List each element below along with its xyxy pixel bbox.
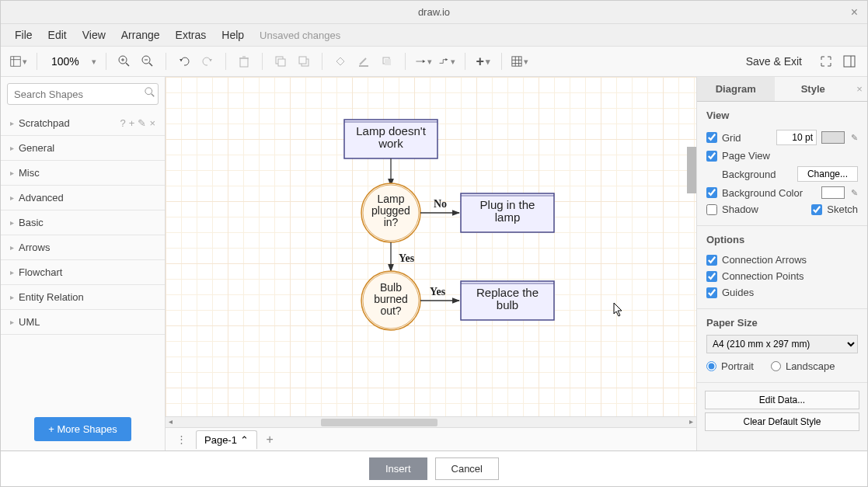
- svg-rect-19: [385, 59, 391, 65]
- svg-rect-0: [11, 57, 20, 66]
- shapegroup-misc[interactable]: ▸Misc: [1, 161, 165, 186]
- zoom-level[interactable]: 100%: [51, 55, 79, 68]
- to-back-icon[interactable]: [295, 53, 312, 70]
- menu-arrange[interactable]: Arrange: [115, 26, 166, 44]
- shapegroup-entity[interactable]: ▸Entity Relation: [1, 285, 165, 310]
- window-title: draw.io: [418, 6, 450, 18]
- grid-size-input[interactable]: [776, 130, 817, 145]
- canvas-area: Lamp doesn'twork Lamppluggedin? No Plug …: [166, 77, 696, 450]
- page-menu-icon[interactable]: ⋮: [172, 433, 191, 445]
- svg-rect-14: [278, 59, 285, 66]
- insert-icon[interactable]: +▾: [475, 53, 492, 70]
- svg-line-8: [149, 63, 152, 66]
- redo-icon[interactable]: [199, 53, 216, 70]
- horizontal-scrollbar[interactable]: ◂ ▸: [166, 416, 696, 427]
- scrollbar-thumb[interactable]: [321, 419, 437, 426]
- to-front-icon[interactable]: [272, 53, 289, 70]
- bgcolor-swatch[interactable]: [821, 186, 845, 199]
- diagram-svg: Lamp doesn'twork Lamppluggedin? No Plug …: [166, 77, 678, 403]
- connection-icon[interactable]: ▾: [415, 53, 432, 70]
- format-panel: Diagram Style × View Grid ✎ Page View Ba…: [696, 77, 867, 450]
- search-icon[interactable]: [145, 87, 155, 101]
- shadow-checkbox[interactable]: [706, 204, 717, 215]
- undo-icon[interactable]: [176, 53, 193, 70]
- scroll-right-icon[interactable]: ▸: [686, 417, 696, 426]
- search-shapes-box[interactable]: [7, 83, 159, 105]
- panel-close-icon[interactable]: ×: [852, 77, 867, 101]
- sketch-label: Sketch: [827, 203, 858, 215]
- grid-color-swatch[interactable]: [821, 131, 845, 144]
- bgcolor-edit-icon[interactable]: ✎: [851, 188, 858, 198]
- svg-rect-16: [299, 57, 306, 64]
- scratchpad-add-icon[interactable]: +: [129, 117, 135, 129]
- page-tab-1[interactable]: Page-1 ⌃: [196, 430, 257, 449]
- shapegroup-basic[interactable]: ▸Basic: [1, 210, 165, 235]
- landscape-radio[interactable]: [771, 361, 781, 371]
- edge-yes2-label: Yes: [430, 286, 446, 297]
- scroll-left-icon[interactable]: ◂: [166, 417, 176, 426]
- menu-file[interactable]: File: [9, 26, 39, 44]
- insert-button[interactable]: Insert: [369, 457, 427, 480]
- format-panel-icon[interactable]: [841, 53, 858, 70]
- cancel-button[interactable]: Cancel: [435, 457, 499, 480]
- shapegroup-general[interactable]: ▸General: [1, 136, 165, 161]
- shapegroup-scratchpad[interactable]: ▸Scratchpad ?+✎×: [1, 111, 165, 136]
- delete-icon[interactable]: [235, 53, 253, 70]
- save-exit-button[interactable]: Save & Exit: [746, 55, 802, 68]
- grid-color-edit-icon[interactable]: ✎: [851, 133, 858, 143]
- line-color-icon[interactable]: [355, 53, 372, 70]
- bgcolor-label: Background Color: [722, 187, 803, 199]
- svg-point-28: [145, 88, 152, 95]
- sketch-checkbox[interactable]: [811, 204, 822, 215]
- grid-checkbox[interactable]: [706, 132, 717, 143]
- menu-edit[interactable]: Edit: [42, 26, 73, 44]
- zoom-in-icon[interactable]: [116, 53, 133, 70]
- svg-line-4: [126, 63, 129, 66]
- scratchpad-edit-icon[interactable]: ✎: [138, 117, 146, 129]
- vertical-scrollbar[interactable]: [687, 147, 696, 193]
- scratchpad-help-icon[interactable]: ?: [120, 117, 126, 129]
- search-shapes-input[interactable]: [14, 89, 145, 100]
- waypoint-icon[interactable]: ▾: [438, 53, 455, 70]
- conn-points-checkbox[interactable]: [706, 271, 717, 282]
- background-change-button[interactable]: Change...: [797, 166, 858, 182]
- fullscreen-icon[interactable]: [817, 53, 835, 70]
- shapegroup-uml[interactable]: ▸UML: [1, 310, 165, 335]
- zoom-out-icon[interactable]: [139, 53, 156, 70]
- view-header: View: [706, 110, 858, 121]
- add-page-icon[interactable]: +: [262, 433, 278, 447]
- edge-no-label: No: [434, 198, 447, 210]
- more-shapes-button[interactable]: + More Shapes: [34, 417, 131, 441]
- zoom-dropdown-icon[interactable]: ▾: [92, 57, 96, 67]
- bgcolor-checkbox[interactable]: [706, 187, 717, 198]
- background-label: Background: [722, 169, 776, 180]
- table-icon[interactable]: ▾: [511, 53, 528, 70]
- close-icon[interactable]: ×: [851, 5, 858, 19]
- shapes-sidebar: ▸Scratchpad ?+✎× ▸General ▸Misc ▸Advance…: [1, 77, 166, 450]
- guides-checkbox[interactable]: [706, 287, 717, 298]
- scratchpad-close-icon[interactable]: ×: [149, 117, 155, 129]
- papersize-select[interactable]: A4 (210 mm x 297 mm): [706, 335, 858, 353]
- shapegroup-flowchart[interactable]: ▸Flowchart: [1, 260, 165, 285]
- edit-data-button[interactable]: Edit Data...: [705, 391, 859, 409]
- svg-rect-10: [240, 58, 248, 67]
- portrait-radio[interactable]: [706, 361, 716, 371]
- tab-diagram[interactable]: Diagram: [697, 77, 775, 101]
- conn-arrows-checkbox[interactable]: [706, 255, 717, 266]
- shadow-label: Shadow: [722, 203, 758, 215]
- shapegroup-arrows[interactable]: ▸Arrows: [1, 235, 165, 260]
- pageview-checkbox[interactable]: [706, 151, 717, 162]
- diagram-canvas[interactable]: Lamp doesn'twork Lamppluggedin? No Plug …: [166, 77, 696, 416]
- edge-yes1-label: Yes: [399, 252, 415, 264]
- page-tab-dropdown-icon[interactable]: ⌃: [240, 434, 249, 446]
- fill-color-icon[interactable]: [332, 53, 349, 70]
- view-mode-icon[interactable]: ▾: [10, 53, 27, 70]
- menu-view[interactable]: View: [76, 26, 112, 44]
- shadow-icon[interactable]: [378, 53, 396, 70]
- shapegroup-advanced[interactable]: ▸Advanced: [1, 186, 165, 210]
- menu-extras[interactable]: Extras: [169, 26, 213, 44]
- menu-help[interactable]: Help: [215, 26, 250, 44]
- clear-default-button[interactable]: Clear Default Style: [705, 412, 859, 431]
- tab-style[interactable]: Style: [775, 77, 852, 101]
- papersize-header: Paper Size: [706, 317, 858, 329]
